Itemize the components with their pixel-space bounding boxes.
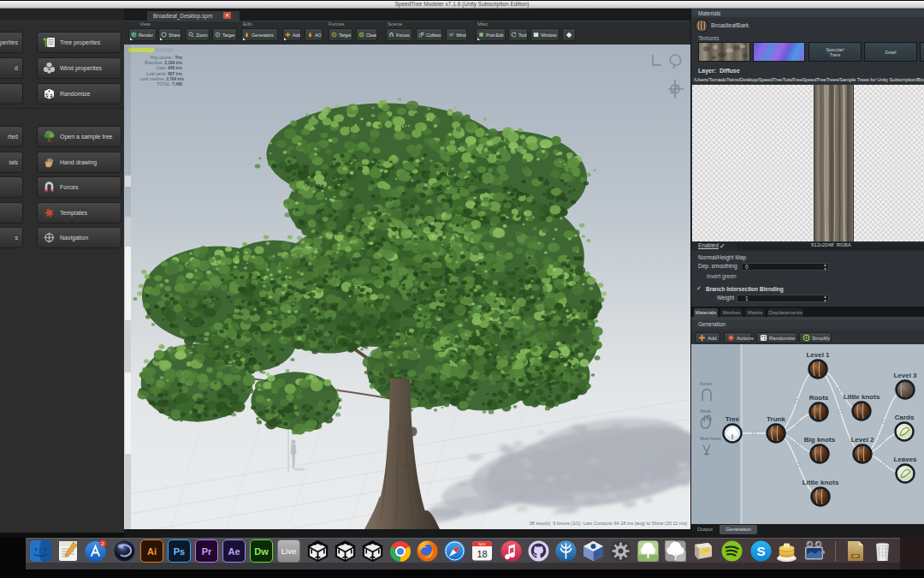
svg-text:18: 18 bbox=[477, 549, 487, 559]
svg-text:Roots: Roots bbox=[809, 394, 829, 402]
svg-text:Cards: Cards bbox=[895, 414, 915, 421]
svg-text:Level 1: Level 1 bbox=[806, 351, 830, 359]
svg-text:Forces: Forces bbox=[700, 382, 713, 386]
svg-text:ZIP: ZIP bbox=[853, 554, 859, 558]
svg-text:S: S bbox=[756, 544, 765, 558]
svg-text:Level 3: Level 3 bbox=[893, 372, 917, 379]
svg-text:Trunk: Trunk bbox=[767, 415, 785, 423]
svg-text:Mesh forces: Mesh forces bbox=[700, 437, 721, 441]
svg-text:Little knots: Little knots bbox=[844, 393, 880, 401]
svg-text:Tree: Tree bbox=[726, 415, 740, 423]
svg-text:Little knots: Little knots bbox=[803, 479, 839, 486]
svg-text:Leaves: Leaves bbox=[893, 456, 917, 463]
svg-text:Big knots: Big knots bbox=[804, 436, 836, 444]
svg-text:Level 2: Level 2 bbox=[850, 436, 874, 444]
svg-text:NOV: NOV bbox=[478, 543, 486, 546]
svg-text:Hands: Hands bbox=[700, 409, 712, 414]
